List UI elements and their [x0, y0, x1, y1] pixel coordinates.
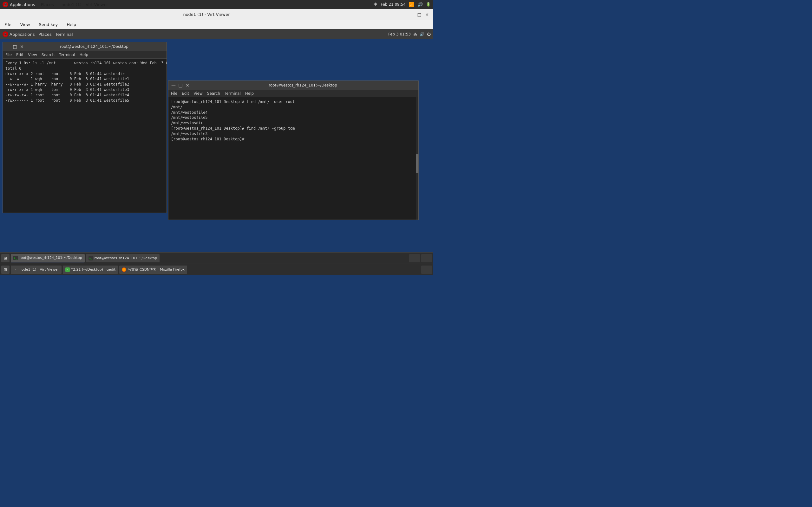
system-bar-left: 🎩 Applications Places node1 (1) - Virt V… — [3, 2, 374, 8]
taskbar-item-label: root@westos_rh124_101:~/Desktop — [95, 256, 157, 260]
term-left-close[interactable]: ✕ — [19, 44, 24, 49]
term-line: /mnt/westosfile4 — [171, 110, 414, 115]
vm-places-menu[interactable]: Places — [38, 32, 51, 37]
term-right-view[interactable]: View — [194, 91, 202, 96]
term-left-help[interactable]: Help — [80, 53, 88, 57]
terminal-left-menubar: File Edit View Search Terminal Help — [3, 51, 166, 59]
vm-terminal-menu[interactable]: Terminal — [55, 32, 73, 37]
vm-network-icon: 🖧 — [413, 32, 417, 37]
term-right-file[interactable]: File — [171, 91, 177, 96]
taskbar-right-box3 — [421, 266, 432, 274]
window-title-bar: node1 (1) - Virt Viewer — [60, 2, 110, 8]
vm-applications-menu[interactable]: 🎩 Applications — [3, 32, 35, 37]
term-line: /mnt/westosdir — [171, 120, 414, 126]
term-line: --w--w---- 1 wqh root 0 Feb 3 01:41 west… — [5, 76, 164, 82]
terminal-right-controls[interactable]: — □ ✕ — [171, 83, 190, 88]
term-right-terminal[interactable]: Terminal — [224, 91, 241, 96]
term-line: Every 1.0s: ls -l /mnt westos_rh124_101.… — [5, 60, 164, 66]
taskbar-item-label: node1 (1) - Virt Viewer — [19, 268, 59, 272]
vm-applications-label: Applications — [9, 32, 35, 37]
file-menu[interactable]: File — [3, 21, 13, 27]
send-key-menu[interactable]: Send key — [37, 21, 60, 27]
scrollbar-thumb[interactable] — [416, 154, 418, 173]
term-left-file[interactable]: File — [5, 53, 12, 57]
terminal-right-titlebar: — □ ✕ root@westos_rh124_101:~/Desktop — [168, 81, 418, 90]
term-line: /mnt/westosfile3 — [171, 131, 414, 136]
term-right-close[interactable]: ✕ — [185, 83, 190, 88]
virt-viewer-menubar: File View Send key Help — [0, 20, 433, 29]
system-bar-right: 中 Feb 21 09:54 📶 🔊 🔋 — [374, 2, 431, 7]
redhat-icon: 🎩 — [3, 2, 8, 7]
taskbar-row1: ⊞ >_ root@westos_rh124_101:~/Desktop >_ … — [0, 252, 433, 264]
term-right-minimize[interactable]: — — [171, 83, 176, 88]
vm-power-icon: ⏻ — [427, 32, 431, 37]
taskbar-item-label: *2.21 (~/Desktop) - gedit — [71, 268, 115, 272]
term-line: -rw-rw-rw- 1 root root 0 Feb 3 01:41 wes… — [5, 93, 164, 98]
terminal-window-left: — □ ✕ root@westos_rh124_101:~/Desktop Fi… — [3, 42, 167, 213]
taskbar-row2: ⊞ V node1 (1) - Virt Viewer ✎ *2.21 (~/D… — [0, 264, 433, 275]
chinese-input-icon: 中 — [374, 2, 377, 7]
term-line: /mnt/westosfile5 — [171, 115, 414, 120]
taskbar-item-virt[interactable]: V node1 (1) - Virt Viewer — [11, 266, 61, 274]
vm-datetime: Feb 3 01:53 — [388, 32, 411, 37]
taskbar-item-terminal2[interactable]: >_ root@westos_rh124_101:~/Desktop — [86, 254, 160, 262]
term-right-search[interactable]: Search — [207, 91, 220, 96]
term-line: /mnt/ — [171, 105, 414, 110]
vm-redhat-icon: 🎩 — [3, 32, 8, 37]
terminal-left-titlebar: — □ ✕ root@westos_rh124_101:~/Desktop — [3, 42, 166, 51]
applications-label: Applications — [10, 2, 35, 7]
term-left-search[interactable]: Search — [42, 53, 55, 57]
places-menu[interactable]: Places — [39, 2, 55, 8]
vm-desktop-bar-right: Feb 3 01:53 🖧 🔊 ⏻ — [388, 32, 431, 37]
terminal-right-title: root@westos_rh124_101:~/Desktop — [190, 83, 416, 88]
term-line: -rwxr-xr-x 1 wqh tom 0 Feb 3 01:41 westo… — [5, 87, 164, 93]
virt-viewer-window: node1 (1) - Virt Viewer — □ ✕ File View … — [0, 9, 433, 275]
term-line: [root@westos_rh124_101 Desktop]# find /m… — [171, 99, 414, 105]
term-right-help[interactable]: Help — [245, 91, 254, 96]
term-right-maximize[interactable]: □ — [178, 83, 183, 88]
help-menu[interactable]: Help — [65, 21, 78, 27]
term-line: total 0 — [5, 66, 164, 71]
taskbar-item-firefox[interactable]: 写文章-CSDN博客 - Mozilla Firefox — [119, 266, 187, 274]
taskbar-item-gedit[interactable]: ✎ *2.21 (~/Desktop) - gedit — [63, 266, 118, 274]
terminal-window-right: — □ ✕ root@westos_rh124_101:~/Desktop Fi… — [168, 80, 419, 220]
term-line: --w--w--w- 1 harry harry 0 Feb 3 01:41 w… — [5, 82, 164, 87]
maximize-button[interactable]: □ — [417, 12, 422, 17]
host-system-bar: 🎩 Applications Places node1 (1) - Virt V… — [0, 0, 433, 9]
sound-icon: 🔊 — [417, 2, 423, 7]
terminal-left-title: root@westos_rh124_101:~/Desktop — [24, 44, 164, 49]
term-left-terminal[interactable]: Terminal — [59, 53, 75, 57]
battery-icon: 🔋 — [426, 2, 431, 7]
gedit-icon: ✎ — [65, 268, 70, 272]
applications-menu[interactable]: 🎩 Applications — [3, 2, 35, 7]
term-left-view[interactable]: View — [28, 53, 37, 57]
term-left-minimize[interactable]: — — [5, 44, 10, 49]
taskbar-right-box1 — [409, 254, 420, 262]
term-left-maximize[interactable]: □ — [12, 44, 17, 49]
virt-icon: V — [13, 268, 18, 272]
term-left-edit[interactable]: Edit — [16, 53, 23, 57]
terminal-left-controls[interactable]: — □ ✕ — [5, 44, 24, 49]
vm-sound-icon: 🔊 — [420, 32, 424, 37]
scrollbar[interactable] — [416, 97, 418, 220]
show-desktop-btn2[interactable]: ⊞ — [1, 266, 9, 274]
term-right-edit[interactable]: Edit — [182, 91, 189, 96]
taskbar-right-box2 — [421, 254, 432, 262]
taskbar-item-label: root@westos_rh124_101:~/Desktop — [19, 256, 82, 260]
terminal-right-menubar: File Edit View Search Terminal Help — [168, 90, 418, 97]
virt-viewer-titlebar: node1 (1) - Virt Viewer — □ ✕ — [0, 9, 433, 20]
minimize-button[interactable]: — — [409, 12, 414, 17]
vm-desktop-bar-left: 🎩 Applications Places Terminal — [3, 32, 73, 37]
vm-desktop-bar: 🎩 Applications Places Terminal Feb 3 01:… — [0, 29, 433, 39]
window-controls-right[interactable]: — □ ✕ — [409, 12, 429, 17]
taskbar-item-terminal1[interactable]: >_ root@westos_rh124_101:~/Desktop — [11, 254, 85, 262]
close-button[interactable]: ✕ — [424, 12, 429, 17]
view-menu[interactable]: View — [18, 21, 32, 27]
virt-viewer-title: node1 (1) - Virt Viewer — [4, 12, 409, 17]
term-line: drwxr-xr-x 2 root root 6 Feb 3 01:44 wes… — [5, 71, 164, 77]
terminal-icon: >_ — [13, 256, 18, 260]
term-line: [root@westos_rh124_101 Desktop]# — [171, 136, 414, 142]
terminal-left-body[interactable]: Every 1.0s: ls -l /mnt westos_rh124_101.… — [3, 59, 166, 213]
show-desktop-btn[interactable]: ⊞ — [1, 254, 9, 262]
terminal-right-body[interactable]: [root@westos_rh124_101 Desktop]# find /m… — [168, 97, 418, 220]
